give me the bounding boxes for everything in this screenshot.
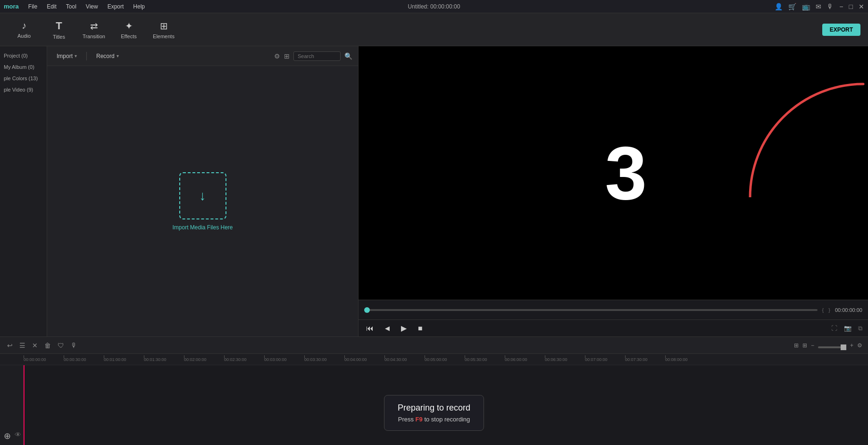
search-icon[interactable]: 🔍: [344, 52, 352, 60]
record-button[interactable]: Record ▾: [92, 51, 123, 61]
ruler-mark: 00:04:30:00: [384, 357, 425, 362]
play-back-button[interactable]: ◀: [383, 323, 392, 334]
record-timeline-icon[interactable]: 🎙: [69, 340, 79, 351]
bracket-left-icon: {: [822, 307, 824, 313]
minus-icon[interactable]: −: [811, 342, 814, 349]
menu-items: File Edit Tool View Export Help: [25, 2, 149, 11]
mail-icon[interactable]: ✉: [816, 3, 821, 10]
record-toast: Preparing to record Press F9 to stop rec…: [384, 395, 484, 431]
minimize-icon[interactable]: −: [839, 3, 843, 10]
bracket-right-icon: }: [828, 307, 830, 313]
sidebar-item-project[interactable]: Project (0): [0, 50, 47, 61]
preview-controls: { } 00:00:00:00: [359, 300, 868, 319]
ruler-mark: 00:08:00:00: [665, 357, 705, 362]
zoom-slider[interactable]: [818, 346, 846, 348]
menu-edit[interactable]: Edit: [43, 2, 60, 11]
tool-titles-label: Titles: [53, 34, 65, 40]
transition-icon: ⇄: [90, 20, 98, 32]
tool-elements-label: Elements: [153, 34, 175, 39]
ruler-mark: 00:07:00:00: [585, 357, 625, 362]
ruler-mark: 00:04:00:00: [344, 357, 384, 362]
play-button[interactable]: ▶: [399, 322, 409, 335]
zoom-handle[interactable]: [841, 344, 846, 350]
ruler-mark: 00:07:30:00: [625, 357, 665, 362]
tool-transition-label: Transition: [83, 34, 105, 39]
sidebar-item-sample-video[interactable]: ple Video (9): [0, 84, 47, 95]
main-area: Project (0) My Album (0) ple Colors (13)…: [0, 46, 868, 336]
tool-elements[interactable]: ⊞ Elements: [147, 16, 180, 44]
tool-audio[interactable]: ♪ Audio: [8, 16, 41, 44]
tool-transition[interactable]: ⇄ Transition: [77, 16, 110, 44]
preview-timecode: 00:00:00:00: [835, 307, 862, 313]
preview-panel: 3 { } 00:00:00:00 ⏮ ◀ ▶ ■ ⛶ 📷 ⧉: [359, 46, 868, 336]
ruler-mark: 00:05:00:00: [425, 357, 465, 362]
countdown-overlay: 3: [359, 46, 868, 300]
ruler-mark: 00:06:00:00: [505, 357, 545, 362]
mic-icon[interactable]: 🎙: [827, 3, 834, 10]
undo-icon[interactable]: ↩: [6, 340, 14, 351]
tool-audio-label: Audio: [17, 33, 31, 39]
ruler-mark: 00:02:00:00: [184, 357, 224, 362]
menu-file[interactable]: File: [25, 2, 41, 11]
eye-icon[interactable]: 👁: [15, 431, 21, 441]
ruler-mark: 00:02:30:00: [224, 357, 264, 362]
f9-key: F9: [416, 416, 423, 423]
import-button[interactable]: Import ▾: [53, 51, 81, 61]
shield-icon[interactable]: 🛡: [56, 340, 66, 351]
menu-tool[interactable]: Tool: [62, 2, 80, 11]
window-title: Untitled: 00:00:00:00: [408, 3, 460, 10]
timeline-ruler: 00:00:00:0000:00:30:0000:01:00:0000:01:3…: [0, 354, 868, 365]
delete-icon[interactable]: 🗑: [43, 340, 52, 351]
sidebar-item-my-album[interactable]: My Album (0): [0, 61, 47, 73]
add-icon[interactable]: ⊕: [4, 431, 11, 441]
menu-export[interactable]: Export: [104, 2, 128, 11]
preview-video: 3: [359, 46, 868, 300]
plus-icon[interactable]: +: [850, 342, 853, 349]
import-chevron-icon: ▾: [75, 53, 77, 59]
ruler-mark: 00:05:30:00: [465, 357, 505, 362]
stop-button[interactable]: ■: [416, 322, 425, 335]
app-logo: mora: [4, 3, 19, 10]
system-icons: 👤 🛒 📺 ✉ 🎙 − □ ✕: [775, 3, 864, 10]
fullscreen-icon[interactable]: ⛶: [831, 325, 837, 332]
record-chevron-icon: ▾: [117, 53, 119, 59]
ruler-mark: 00:00:00:00: [24, 357, 64, 362]
elements-icon: ⊞: [160, 20, 168, 32]
timeline-scrubber[interactable]: [364, 309, 818, 311]
tool-titles[interactable]: T Titles: [42, 16, 75, 44]
screen-icon[interactable]: 📺: [802, 3, 810, 10]
sidebar: Project (0) My Album (0) ple Colors (13)…: [0, 46, 47, 336]
grid-icon[interactable]: ⊞: [284, 52, 290, 60]
snapshot-icon[interactable]: 📷: [844, 325, 851, 332]
sidebar-item-sample-colors[interactable]: ple Colors (13): [0, 73, 47, 84]
menu-bar: mora File Edit Tool View Export Help Unt…: [0, 0, 868, 13]
settings-icon[interactable]: ⚙: [857, 342, 862, 349]
toast-title: Preparing to record: [398, 403, 470, 413]
rewind-button[interactable]: ⏮: [364, 322, 376, 335]
drop-zone[interactable]: ↓: [179, 172, 226, 219]
add-track-icon[interactable]: ⊞: [802, 342, 807, 349]
media-panel: Import ▾ Record ▾ ⚙ ⊞ 🔍 ↓ Import Media F…: [47, 46, 359, 336]
tool-effects[interactable]: ✦ Effects: [112, 16, 145, 44]
ruler-mark: 00:01:30:00: [144, 357, 184, 362]
media-right-tools: ⚙ ⊞ 🔍: [274, 51, 352, 61]
pip-icon[interactable]: ⧉: [858, 325, 862, 332]
list-icon[interactable]: ☰: [18, 340, 27, 351]
snap-icon[interactable]: ⊞: [794, 342, 799, 349]
menu-view[interactable]: View: [82, 2, 102, 11]
maximize-icon[interactable]: □: [849, 3, 853, 10]
user-icon[interactable]: 👤: [775, 3, 783, 10]
toast-subtitle: Press F9 to stop recording: [398, 416, 470, 423]
export-button[interactable]: EXPORT: [822, 24, 860, 36]
scrubber-dot: [364, 307, 370, 313]
cart-icon[interactable]: 🛒: [788, 3, 796, 10]
menu-help[interactable]: Help: [129, 2, 149, 11]
close-timeline-icon[interactable]: ✕: [31, 340, 39, 351]
search-input[interactable]: [293, 51, 341, 61]
media-toolbar: Import ▾ Record ▾ ⚙ ⊞ 🔍: [47, 46, 358, 66]
close-icon[interactable]: ✕: [859, 3, 864, 10]
toolbar-separator: [86, 52, 87, 60]
timeline-toolbar: ↩ ☰ ✕ 🗑 🛡 🎙 ⊞ ⊞ − + ⚙: [0, 337, 868, 354]
filter-icon[interactable]: ⚙: [274, 52, 280, 60]
effects-icon: ✦: [125, 20, 133, 32]
